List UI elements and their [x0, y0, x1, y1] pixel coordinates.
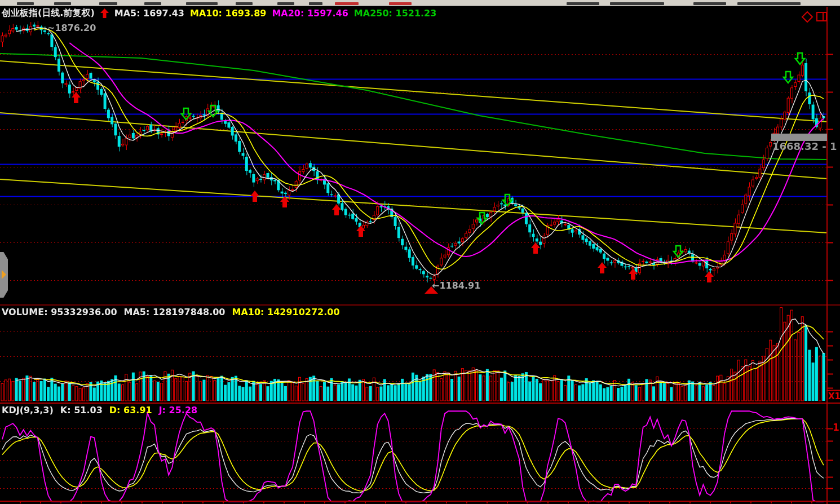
volume-ma10-value: MA10: 142910272.00	[232, 307, 340, 317]
menu-item[interactable]	[567, 2, 599, 5]
menu-item[interactable]	[236, 2, 253, 5]
kdj-j-value: J: 25.28	[159, 405, 198, 415]
ma250-value: MA250: 1521.23	[354, 8, 437, 19]
ma20-value: MA20: 1597.46	[272, 8, 348, 19]
ma10-value: MA10: 1693.89	[190, 8, 266, 19]
chart-header: 创业板指(日线.前复权) MA5: 1697.43 MA10: 1693.89 …	[2, 7, 436, 19]
sidebar-expand-handle[interactable]	[0, 252, 8, 298]
buy-signal-icon	[100, 8, 109, 18]
menu-item-highlight[interactable]	[389, 2, 412, 5]
volume-ma5-value: MA5: 128197848.00	[124, 307, 226, 317]
chart-canvas[interactable]	[0, 0, 840, 504]
menu-bar[interactable]	[0, 0, 840, 6]
kdj-d-value: D: 63.91	[109, 405, 152, 415]
window-layout-icon[interactable]	[816, 11, 828, 23]
menu-item[interactable]	[610, 2, 664, 5]
menu-item[interactable]	[144, 2, 161, 5]
low-price-label: ←1184.91	[432, 280, 480, 291]
expand-arrow-icon	[2, 270, 6, 279]
price-range-label: 1668.32 - 1	[772, 140, 837, 152]
instrument-title: 创业板指(日线.前复权)	[2, 7, 95, 19]
kdj-header: KDJ(9,3,3) K: 51.03 D: 63.91 J: 25.28	[2, 405, 197, 415]
volume-header: VOLUME: 95332936.00 MA5: 128197848.00 MA…	[2, 307, 340, 317]
ma5-value: MA5: 1697.43	[114, 8, 184, 19]
menu-item[interactable]	[17, 2, 34, 5]
menu-item[interactable]	[186, 2, 218, 5]
kdj-scale-label: 1	[833, 422, 839, 433]
low-triangle-marker	[425, 286, 438, 294]
menu-item[interactable]	[99, 2, 117, 5]
menu-item[interactable]	[737, 2, 801, 5]
diamond-icon[interactable]	[801, 11, 814, 23]
menu-item[interactable]	[54, 2, 71, 5]
trading-app-window: 创业板指(日线.前复权) MA5: 1697.43 MA10: 1693.89 …	[0, 0, 840, 504]
menu-item[interactable]	[309, 2, 322, 5]
menu-item[interactable]	[693, 2, 726, 5]
menu-item[interactable]	[277, 2, 294, 5]
volume-scale-label: X1	[828, 391, 840, 401]
kdj-k-value: K: 51.03	[60, 405, 103, 415]
menu-item-highlight[interactable]	[335, 2, 359, 5]
volume-value: VOLUME: 95332936.00	[2, 307, 117, 317]
peak-price-label: ~1876.20	[47, 23, 96, 33]
kdj-title: KDJ(9,3,3)	[2, 405, 54, 415]
